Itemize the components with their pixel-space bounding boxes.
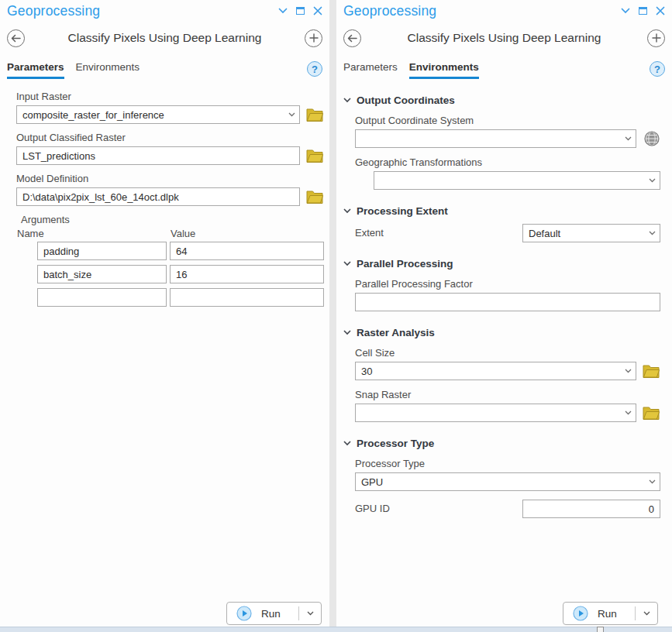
argument-name-input[interactable] xyxy=(38,289,166,306)
section-collapse-chevron-icon[interactable] xyxy=(343,261,351,266)
close-icon[interactable] xyxy=(656,6,665,15)
chevron-down-icon[interactable] xyxy=(644,178,660,183)
tab-parameters[interactable]: Parameters xyxy=(7,61,64,79)
globe-icon[interactable] xyxy=(643,130,660,147)
input-raster-combobox[interactable] xyxy=(16,105,300,124)
parallel-processing-factor-label: Parallel Processing Factor xyxy=(355,278,660,290)
model-definition-label: Model Definition xyxy=(16,173,324,185)
panel-menu-chevron-icon[interactable] xyxy=(621,8,630,14)
help-icon[interactable]: ? xyxy=(307,61,322,77)
section-raster-analysis[interactable]: Raster Analysis xyxy=(343,327,660,338)
parallel-processing-factor-input[interactable] xyxy=(356,294,660,311)
argument-row xyxy=(16,288,324,307)
processor-type-combobox[interactable] xyxy=(355,472,660,491)
undock-icon[interactable] xyxy=(639,7,647,15)
processor-type-input[interactable] xyxy=(356,473,644,490)
browse-folder-icon[interactable] xyxy=(306,190,324,204)
run-play-icon xyxy=(573,606,588,621)
run-button[interactable]: Run xyxy=(563,602,658,625)
parallel-processing-factor-box[interactable] xyxy=(355,293,660,311)
argument-name-box[interactable] xyxy=(37,288,167,307)
cell-size-combobox[interactable] xyxy=(355,362,636,380)
browse-folder-icon[interactable] xyxy=(643,406,660,420)
extent-label: Extent xyxy=(355,227,522,239)
argument-value-input[interactable] xyxy=(171,242,323,259)
model-definition-box[interactable] xyxy=(16,187,300,206)
help-icon[interactable]: ? xyxy=(650,61,665,77)
back-button[interactable] xyxy=(343,29,361,47)
argument-name-box[interactable] xyxy=(37,242,167,260)
argument-value-box[interactable] xyxy=(170,242,324,260)
snap-raster-combobox[interactable] xyxy=(355,404,636,422)
run-button[interactable]: Run xyxy=(226,602,322,625)
output-coordinate-system-combobox[interactable] xyxy=(355,129,636,148)
add-to-project-button[interactable] xyxy=(305,29,322,47)
run-options-chevron-icon[interactable] xyxy=(298,606,321,620)
run-label: Run xyxy=(261,608,281,620)
gpu-id-box[interactable] xyxy=(522,500,660,518)
section-collapse-chevron-icon[interactable] xyxy=(343,208,351,214)
snap-raster-input[interactable] xyxy=(356,404,620,421)
input-raster-label: Input Raster xyxy=(16,91,324,103)
tab-parameters[interactable]: Parameters xyxy=(343,61,398,79)
panel-title: Geoprocessing xyxy=(343,3,436,19)
back-button[interactable] xyxy=(7,29,25,47)
argument-value-input[interactable] xyxy=(171,266,323,283)
section-collapse-chevron-icon[interactable] xyxy=(343,330,351,335)
add-to-project-button[interactable] xyxy=(647,29,665,47)
chevron-down-icon[interactable] xyxy=(644,231,660,235)
geoprocessing-panel-parameters: Geoprocessing Classify Pixels Using Deep… xyxy=(0,0,329,627)
cell-size-input[interactable] xyxy=(356,362,620,380)
section-output-coordinates[interactable]: Output Coordinates xyxy=(343,94,660,106)
tool-header: Classify Pixels Using Deep Learning xyxy=(336,28,672,48)
close-icon[interactable] xyxy=(313,6,322,15)
undock-icon[interactable] xyxy=(296,7,305,15)
extent-combobox[interactable] xyxy=(522,224,660,242)
tab-environments[interactable]: Environments xyxy=(76,61,140,79)
browse-folder-icon[interactable] xyxy=(306,149,324,163)
panel-titlebar: Geoprocessing xyxy=(336,0,672,22)
section-parallel-processing[interactable]: Parallel Processing xyxy=(343,258,660,270)
argument-name-input[interactable] xyxy=(38,266,166,283)
run-label: Run xyxy=(598,608,617,620)
section-processing-extent[interactable]: Processing Extent xyxy=(343,205,660,217)
browse-folder-icon[interactable] xyxy=(306,108,324,122)
output-classified-raster-input[interactable] xyxy=(17,147,299,164)
output-classified-raster-label: Output Classified Raster xyxy=(16,132,324,144)
section-processor-type[interactable]: Processor Type xyxy=(343,438,660,449)
output-classified-raster-box[interactable] xyxy=(16,146,300,165)
argument-value-input[interactable] xyxy=(171,289,323,306)
section-collapse-chevron-icon[interactable] xyxy=(343,98,351,103)
panel-menu-chevron-icon[interactable] xyxy=(278,8,288,14)
chevron-down-icon[interactable] xyxy=(620,136,636,141)
browse-folder-icon[interactable] xyxy=(643,364,660,378)
argument-row xyxy=(16,242,324,260)
geographic-transformations-input[interactable] xyxy=(374,172,644,189)
chevron-down-icon[interactable] xyxy=(644,479,660,484)
tab-environments[interactable]: Environments xyxy=(409,61,479,79)
input-raster-input[interactable] xyxy=(17,106,284,123)
argument-name-input[interactable] xyxy=(38,242,166,259)
resize-grip[interactable] xyxy=(597,627,604,632)
processor-type-label: Processor Type xyxy=(355,458,660,470)
argument-value-box[interactable] xyxy=(170,288,324,307)
cell-size-label: Cell Size xyxy=(355,347,660,359)
chevron-down-icon[interactable] xyxy=(620,369,636,373)
argument-name-box[interactable] xyxy=(37,265,167,283)
geoprocessing-panel-environments: Geoprocessing Classify Pixels Using Deep… xyxy=(336,0,672,627)
extent-input[interactable] xyxy=(523,225,644,242)
chevron-down-icon[interactable] xyxy=(284,112,299,117)
argument-value-box[interactable] xyxy=(170,265,324,283)
geographic-transformations-combobox[interactable] xyxy=(374,171,660,190)
tool-title: Classify Pixels Using Deep Learning xyxy=(25,31,305,45)
gpu-id-input[interactable] xyxy=(523,500,660,517)
section-collapse-chevron-icon[interactable] xyxy=(343,441,351,446)
run-options-chevron-icon[interactable] xyxy=(635,606,657,620)
arguments-name-header: Name xyxy=(16,228,171,239)
tab-bar: Parameters Environments ? xyxy=(0,61,329,79)
arguments-label: Arguments xyxy=(21,214,324,225)
output-coordinate-system-input[interactable] xyxy=(356,130,620,147)
model-definition-input[interactable] xyxy=(17,188,299,205)
chevron-down-icon[interactable] xyxy=(620,410,636,415)
gpu-id-label: GPU ID xyxy=(355,503,522,515)
